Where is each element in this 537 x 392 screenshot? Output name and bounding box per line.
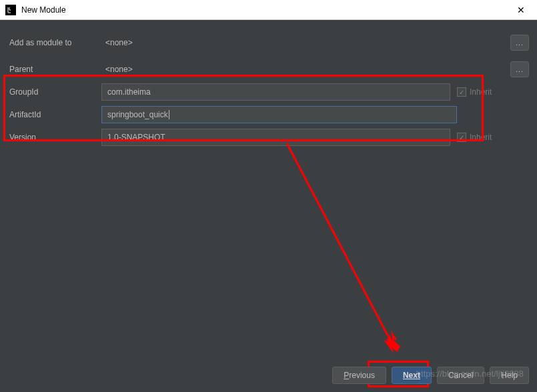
app-icon <box>5 5 16 15</box>
inherit-groupid[interactable]: Inherit <box>457 87 504 97</box>
close-button[interactable]: ✕ <box>510 2 532 18</box>
text-cursor <box>169 110 169 119</box>
checkbox-version-icon <box>457 133 466 142</box>
window-title: New Module <box>21 5 66 15</box>
input-artifactid[interactable]: springboot_quick <box>101 106 457 123</box>
next-button-label: Next <box>403 371 420 380</box>
help-button-label: Help <box>501 371 518 380</box>
label-add-as-module: Add as module to <box>8 38 101 47</box>
row-groupid: GroupId com.itheima Inherit <box>8 81 529 103</box>
label-version: Version <box>8 133 101 142</box>
input-groupid[interactable]: com.itheima <box>101 83 450 101</box>
label-parent: Parent <box>8 65 101 74</box>
input-groupid-value: com.itheima <box>107 87 151 97</box>
label-groupid: GroupId <box>8 87 101 97</box>
value-add-as-module: <none> <box>101 38 133 47</box>
input-version-value: 1.0-SNAPSHOT <box>107 133 165 142</box>
previous-button[interactable]: Previous <box>332 367 386 384</box>
row-artifactid: ArtifactId springboot_quick <box>8 104 529 125</box>
row-add-as-module: Add as module to <none> ... <box>8 32 529 53</box>
browse-parent-button[interactable]: ... <box>510 61 529 77</box>
svg-line-1 <box>287 143 394 347</box>
value-parent: <none> <box>101 65 133 74</box>
inherit-version[interactable]: Inherit <box>457 133 504 142</box>
annotation-arrow <box>280 140 414 367</box>
row-parent: Parent <none> ... <box>8 59 529 80</box>
previous-button-label: revious <box>349 371 375 380</box>
row-version: Version 1.0-SNAPSHOT Inherit <box>8 127 529 148</box>
next-button[interactable]: Next <box>392 367 432 384</box>
svg-marker-2 <box>386 330 397 347</box>
svg-marker-3 <box>387 339 400 352</box>
help-button[interactable]: Help <box>490 367 529 384</box>
cancel-button-label: Cancel <box>448 371 473 380</box>
input-version[interactable]: 1.0-SNAPSHOT <box>101 129 450 146</box>
titlebar: New Module ✕ <box>0 0 537 20</box>
form-content: Add as module to <none> ... Parent <none… <box>0 20 537 157</box>
inherit-version-label: Inherit <box>470 133 492 142</box>
checkbox-groupid-icon <box>457 87 466 97</box>
button-bar: Previous Next Cancel Help <box>332 367 529 384</box>
browse-module-button[interactable]: ... <box>510 35 529 51</box>
cancel-button[interactable]: Cancel <box>437 367 484 384</box>
input-artifactid-value: springboot_quick <box>107 110 168 119</box>
label-artifactid: ArtifactId <box>8 110 101 119</box>
inherit-groupid-label: Inherit <box>470 87 492 97</box>
